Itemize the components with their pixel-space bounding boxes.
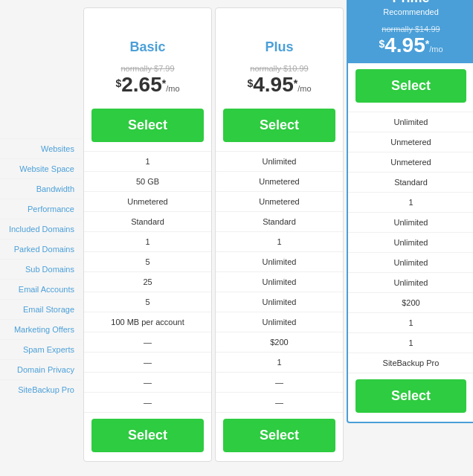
prime-price: $4.95*/mo xyxy=(348,33,473,57)
label-marketing-offers: Marketing Offers xyxy=(0,319,82,339)
prime-select-bottom-button[interactable]: Select xyxy=(355,379,466,413)
basic-select-top-button[interactable]: Select xyxy=(91,109,204,142)
basic-price-mo: /mo xyxy=(166,84,179,93)
basic-bottom-btn-area: Select xyxy=(84,412,211,461)
plus-performance: Standard xyxy=(216,211,343,231)
basic-title: Basic xyxy=(84,30,211,60)
prime-marketing-offers: $200 xyxy=(348,292,473,312)
basic-spam-experts: — xyxy=(84,352,211,372)
prime-select-top-button[interactable]: Select xyxy=(355,69,466,103)
label-performance: Performance xyxy=(0,199,82,219)
plus-domain-privacy: — xyxy=(216,372,343,392)
plus-price-area: normally $10.99 $4.95*/mo xyxy=(216,60,343,103)
plus-prime-spacer xyxy=(216,8,343,30)
plus-bandwidth: Unmetered xyxy=(216,191,343,211)
plus-select-bottom-button[interactable]: Select xyxy=(223,419,335,452)
plus-parked-domains: Unlimited xyxy=(216,251,343,271)
basic-price: $2.65*/mo xyxy=(84,73,211,97)
basic-price-area: normally $7.99 $2.65*/mo xyxy=(84,60,211,103)
basic-performance: Standard xyxy=(84,211,211,231)
plus-price-value: $4.95* xyxy=(247,73,297,96)
basic-sitebackup-pro: — xyxy=(84,392,211,412)
basic-price-value: $2.65* xyxy=(115,73,166,96)
basic-domain-privacy: — xyxy=(84,372,211,392)
prime-sitebackup-pro: SiteBackup Pro xyxy=(348,353,473,373)
price-spacer xyxy=(0,57,82,98)
basic-parked-domains: 5 xyxy=(84,251,211,271)
prime-parked-domains: Unlimited xyxy=(348,212,473,232)
prime-bandwidth: Unmetered xyxy=(348,152,473,172)
basic-marketing-offers: — xyxy=(84,332,211,352)
basic-email-storage: 100 MB per account xyxy=(84,312,211,332)
btn-top-spacer xyxy=(0,98,82,138)
label-parked-domains: Parked Domains xyxy=(0,239,82,259)
prime-spam-experts: 1 xyxy=(348,312,473,332)
plus-title: Plus xyxy=(216,30,343,60)
label-included-domains: Included Domains xyxy=(0,219,82,239)
plus-website-space: Unmetered xyxy=(216,171,343,191)
prime-bottom-btn-area: Select xyxy=(348,373,473,422)
label-websites: Websites xyxy=(0,138,82,158)
prime-price-mo: /mo xyxy=(429,45,443,54)
prime-sub-domains: Unlimited xyxy=(348,232,473,252)
plus-sitebackup-pro: — xyxy=(216,392,343,412)
prime-recommended-badge: Recommended xyxy=(348,6,473,20)
label-email-storage: Email Storage xyxy=(0,299,82,319)
plus-websites: Unlimited xyxy=(216,151,343,171)
prime-websites: Unlimited xyxy=(348,112,473,132)
plus-included-domains: 1 xyxy=(216,231,343,251)
basic-sub-domains: 25 xyxy=(84,271,211,292)
label-sitebackup-pro: SiteBackup Pro xyxy=(0,379,82,399)
basic-websites: 1 xyxy=(84,151,211,171)
basic-select-bottom-button[interactable]: Select xyxy=(91,419,204,452)
plus-email-accounts: Unlimited xyxy=(216,292,343,312)
prime-normally: normally $14.99 xyxy=(348,25,473,33)
prime-email-accounts: Unlimited xyxy=(348,252,473,272)
label-bandwidth: Bandwidth xyxy=(0,178,82,199)
label-sub-domains: Sub Domains xyxy=(0,259,82,279)
prime-domain-privacy: 1 xyxy=(348,332,473,353)
plan-basic: Basic normally $7.99 $2.65*/mo Select 1 … xyxy=(83,7,212,462)
prime-performance: Standard xyxy=(348,172,473,192)
basic-website-space: 50 GB xyxy=(84,171,211,191)
pricing-container: Websites Website Space Bandwidth Perform… xyxy=(0,7,473,462)
plus-spam-experts: 1 xyxy=(216,352,343,372)
prime-price-value: $4.95* xyxy=(379,33,429,57)
label-spam-experts: Spam Experts xyxy=(0,339,82,359)
prime-email-storage: Unlimited xyxy=(348,272,473,292)
plus-select-top-button[interactable]: Select xyxy=(223,109,335,142)
labels-column: Websites Website Space Bandwidth Perform… xyxy=(0,7,82,440)
prime-website-space: Unmetered xyxy=(348,132,473,152)
plan-title-spacer xyxy=(0,30,82,57)
basic-normally: normally $7.99 xyxy=(84,64,211,73)
basic-included-domains: 1 xyxy=(84,231,211,251)
prime-header-title: Prime xyxy=(348,0,473,6)
basic-email-accounts: 5 xyxy=(84,292,211,312)
label-domain-privacy: Domain Privacy xyxy=(0,359,82,379)
plus-sub-domains: Unlimited xyxy=(216,271,343,292)
prime-price-area: normally $14.99 $4.95*/mo xyxy=(348,20,473,63)
plus-price: $4.95*/mo xyxy=(216,73,343,97)
plus-bottom-btn-area: Select xyxy=(216,412,343,461)
plus-normally: normally $10.99 xyxy=(216,64,343,73)
prime-header-spacer xyxy=(0,7,82,30)
basic-prime-spacer xyxy=(84,8,211,30)
plan-prime: Prime Recommended normally $14.99 $4.95*… xyxy=(347,0,473,423)
prime-included-domains: 1 xyxy=(348,192,473,212)
label-email-accounts: Email Accounts xyxy=(0,279,82,299)
plus-price-mo: /mo xyxy=(297,84,311,93)
basic-bandwidth: Unmetered xyxy=(84,191,211,211)
btn-bottom-spacer xyxy=(0,399,82,440)
plus-email-storage: Unlimited xyxy=(216,312,343,332)
plan-plus: Plus normally $10.99 $4.95*/mo Select Un… xyxy=(215,7,344,462)
label-website-space: Website Space xyxy=(0,158,82,178)
plus-marketing-offers: $200 xyxy=(216,332,343,352)
